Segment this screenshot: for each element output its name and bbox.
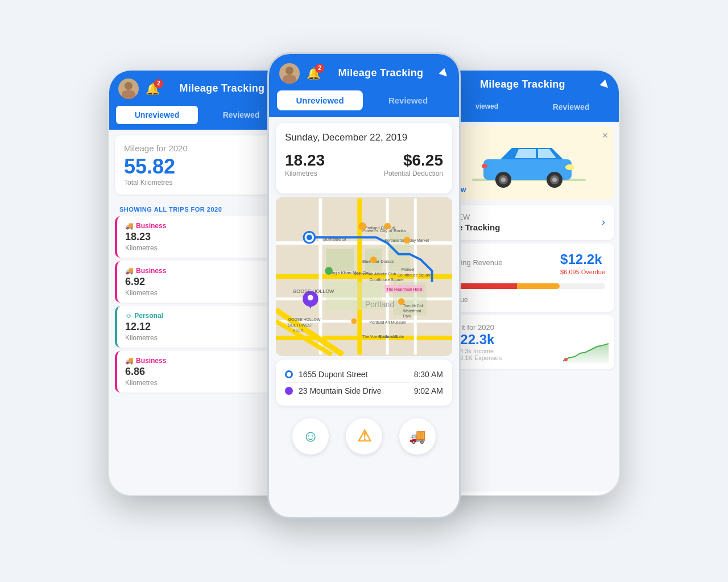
mileage-label: Mileage xyxy=(124,143,154,153)
mileage-card-title: Mileage for 2020 xyxy=(124,143,274,153)
trip-deduction-label: Potential Deduction xyxy=(384,170,443,178)
trip-unit-1: Kilometres xyxy=(125,289,275,297)
waypoint-start-address: 1655 Dupont Street xyxy=(299,370,408,379)
svg-point-47 xyxy=(404,237,411,243)
svg-point-50 xyxy=(351,318,357,324)
tab-bar-left: Unreviewed Reviewed xyxy=(109,106,289,130)
revenue-value: $12.2k xyxy=(560,251,605,267)
mileage-value: 55.82 xyxy=(124,155,274,178)
center-content: Sunday, December 22, 2019 18.23 Kilometr… xyxy=(269,117,459,519)
svg-text:Portland Art Museum: Portland Art Museum xyxy=(370,320,406,324)
showing-link[interactable]: ALL TRIPS FOR 2020 xyxy=(154,206,222,213)
right-header: Mileage Tracking ▶ xyxy=(439,71,619,98)
trip-stats: 18.23 Kilometres $6.25 Potential Deducti… xyxy=(285,151,443,178)
right-title: Mileage Tracking xyxy=(448,79,597,90)
trip-km-1: 6.92 xyxy=(125,276,275,288)
center-tab-unreviewed[interactable]: Unreviewed xyxy=(277,90,363,110)
trip-deduction-value: $6.25 xyxy=(384,151,443,170)
center-badge: 2 xyxy=(315,64,324,73)
svg-point-61 xyxy=(482,164,487,168)
happy-icon-btn[interactable]: ☺ xyxy=(292,418,329,455)
mileage-year: for 2020 xyxy=(156,143,188,153)
trip-km-3: 6.86 xyxy=(125,366,275,378)
svg-point-46 xyxy=(384,222,391,229)
trip-detail-card: Sunday, December 22, 2019 18.23 Kilometr… xyxy=(276,123,452,193)
trip-km-2: 12.12 xyxy=(125,321,275,333)
svg-text:GOOSE HOLLOW: GOOSE HOLLOW xyxy=(288,317,321,321)
svg-point-21 xyxy=(308,295,313,300)
due-label: ndue xyxy=(453,296,605,304)
trip-km-stat: 18.23 Kilometres xyxy=(285,151,325,178)
svg-point-45 xyxy=(358,222,366,230)
progress-bar-fill xyxy=(453,283,560,289)
svg-text:Park: Park xyxy=(403,313,412,317)
waypoint-end: 23 Mountain Side Drive 9:02 AM xyxy=(285,382,443,399)
close-button[interactable]: ✕ xyxy=(602,131,609,140)
svg-point-56 xyxy=(501,178,506,182)
svg-text:SOUTHWEST: SOUTHWEST xyxy=(288,323,314,327)
chevron-right-icon: › xyxy=(602,216,605,228)
center-header: 🔔 2 Mileage Tracking ▶ xyxy=(269,54,459,90)
trip-category-2: ☺ Personal xyxy=(125,312,275,320)
svg-text:Multnomah Athletic Club: Multnomah Athletic Club xyxy=(354,272,396,276)
profit-card[interactable]: rofit for 2020 $22.3k $54.3k Income $32.… xyxy=(444,315,614,369)
svg-point-49 xyxy=(398,298,405,305)
send-icon: ▶ xyxy=(437,66,452,80)
trip-item-1[interactable]: 🚚 Business 6.92 Kilometres xyxy=(115,261,283,303)
right-phone: Mileage Tracking ▶ viewed Reviewed ✕ xyxy=(438,69,620,496)
waypoint-end-time: 9:02 AM xyxy=(414,386,443,395)
center-tab-reviewed[interactable]: Reviewed xyxy=(365,90,451,110)
happy-icon: ☺ xyxy=(303,427,319,445)
mileage-summary-card: Mileage for 2020 55.82 Total Kilometres xyxy=(115,135,283,195)
revenue-label: nding Revenue xyxy=(453,258,560,267)
map-svg: Burnside St Powell's City of Books Nong'… xyxy=(276,197,452,356)
svg-text:Tom McCall: Tom McCall xyxy=(403,303,424,307)
map-container: Burnside St Powell's City of Books Nong'… xyxy=(276,197,452,356)
svg-point-48 xyxy=(370,256,377,263)
waypoint-start-dot xyxy=(285,370,293,378)
left-phone: 🔔 2 Mileage Tracking Unreviewed Reviewed… xyxy=(108,69,290,496)
svg-text:Portland City Grill: Portland City Grill xyxy=(365,225,396,230)
trip-stat-km-label: Kilometres xyxy=(285,170,325,178)
waypoint-start-time: 8:30 AM xyxy=(414,370,443,379)
svg-text:HILLS: HILLS xyxy=(292,329,303,333)
header-title: Mileage Tracking xyxy=(164,82,280,94)
trip-unit-2: Kilometres xyxy=(125,334,275,342)
svg-text:Portland State: Portland State xyxy=(379,334,404,338)
truck-icon-btn[interactable]: 🚚 xyxy=(399,418,436,455)
revenue-card[interactable]: nding Revenue $12.2k $6,095 Overdue ndue xyxy=(444,243,614,312)
trip-item-3[interactable]: 🚚 Business 6.86 Kilometres xyxy=(115,351,283,393)
trip-item-2[interactable]: ☺ Personal 12.12 Kilometres xyxy=(115,306,283,348)
right-content: ✕ xyxy=(439,122,619,492)
svg-point-59 xyxy=(552,178,557,182)
avatar xyxy=(118,79,139,99)
progress-bar-wrap xyxy=(453,283,605,289)
tracking-new-label: NEW xyxy=(453,213,597,221)
bell-wrap: 🔔 2 xyxy=(146,82,160,96)
tracking-label: ge Tracking xyxy=(453,222,597,232)
center-bell-wrap: 🔔 2 xyxy=(307,67,321,80)
trip-item-0[interactable]: 🚚 Business 18.23 Kilometres xyxy=(115,216,283,258)
alert-icon: ⚠ xyxy=(357,427,371,445)
trip-deduction-stat: $6.25 Potential Deduction xyxy=(384,151,443,178)
tab-bar-right: viewed Reviewed xyxy=(439,98,619,122)
tab-unreviewed[interactable]: Unreviewed xyxy=(116,106,198,124)
left-header: 🔔 2 Mileage Tracking xyxy=(109,71,289,106)
svg-point-60 xyxy=(565,164,574,170)
right-tab-reviewed[interactable]: Reviewed xyxy=(530,98,612,116)
car-illustration xyxy=(472,135,586,192)
trip-date: Sunday, December 22, 2019 xyxy=(285,132,443,143)
waypoint-start: 1655 Dupont Street 8:30 AM xyxy=(285,366,443,382)
waypoint-end-address: 23 Mountain Side Drive xyxy=(299,386,408,395)
trip-unit-3: Kilometres xyxy=(125,379,275,387)
mini-chart xyxy=(563,341,609,364)
svg-text:Courthouse Square: Courthouse Square xyxy=(370,277,404,282)
trip-category-1: 🚚 Business xyxy=(125,267,275,275)
car-banner: ✕ xyxy=(444,126,614,200)
svg-text:Waterfront: Waterfront xyxy=(403,308,421,312)
trip-unit-0: Kilometres xyxy=(125,244,275,252)
revenue-overdue: $6,095 Overdue xyxy=(560,269,605,275)
alert-icon-btn[interactable]: ⚠ xyxy=(346,418,382,455)
tracking-feature-item[interactable]: NEW ge Tracking › xyxy=(444,205,614,240)
svg-point-18 xyxy=(307,234,312,240)
